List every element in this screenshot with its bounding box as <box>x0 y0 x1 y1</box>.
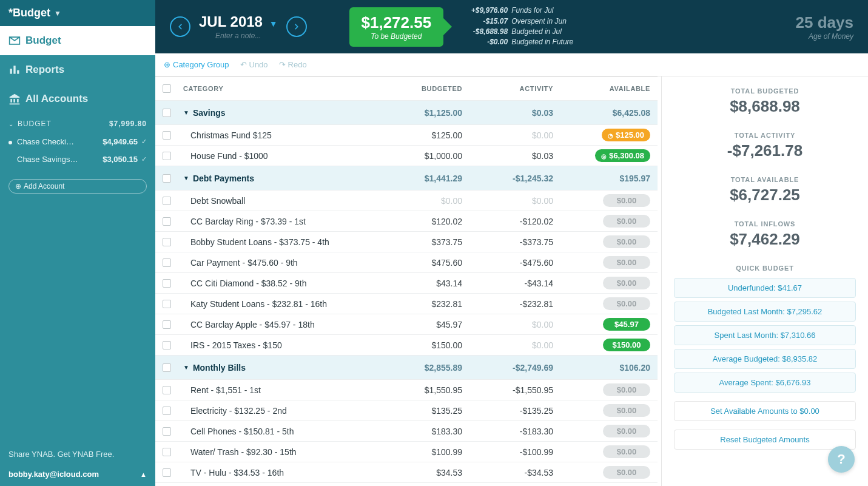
category-row[interactable]: House Fund - $1000 $1,000.00 $0.03 ◎$6,3… <box>155 146 658 166</box>
budgeted-cell[interactable]: $373.75 <box>377 237 462 247</box>
activity-cell[interactable]: $0.03 <box>462 151 553 161</box>
available-pill[interactable]: $0.00 <box>603 194 650 207</box>
month-note-input[interactable]: Enter a note... <box>199 32 278 40</box>
row-checkbox[interactable] <box>163 238 171 246</box>
available-pill[interactable]: $0.00 <box>603 277 650 289</box>
column-available[interactable]: AVAILABLE <box>553 85 650 92</box>
quick-budget-button[interactable]: Set Available Amounts to $0.00 <box>674 401 856 421</box>
available-pill[interactable]: ◎$6,300.08 <box>595 149 650 162</box>
sidebar-item-accounts[interactable]: All Accounts <box>0 84 155 113</box>
available-pill[interactable]: $0.00 <box>603 215 650 228</box>
row-checkbox[interactable] <box>163 300 171 308</box>
budget-title-dropdown[interactable]: *Budget ▼ <box>0 0 155 26</box>
quick-budget-button[interactable]: Underfunded: $41.67 <box>674 278 856 298</box>
budgeted-cell[interactable]: $0.00 <box>377 196 462 206</box>
quick-budget-button[interactable]: Average Budgeted: $8,935.82 <box>674 349 856 369</box>
redo-button[interactable]: ↷ Redo <box>279 60 307 69</box>
prev-month-button[interactable] <box>170 16 190 37</box>
budgeted-cell[interactable]: $232.81 <box>377 299 462 309</box>
activity-cell[interactable]: -$232.81 <box>462 299 553 309</box>
row-checkbox[interactable] <box>163 386 171 394</box>
column-category[interactable]: CATEGORY <box>183 85 377 92</box>
budgeted-cell[interactable]: $45.97 <box>377 320 462 329</box>
budgeted-cell[interactable]: $135.25 <box>377 406 462 416</box>
activity-cell[interactable]: -$183.30 <box>462 427 553 436</box>
available-pill[interactable]: $0.00 <box>603 297 650 310</box>
available-pill[interactable]: $0.00 <box>603 425 650 437</box>
available-pill[interactable]: $150.00 <box>603 339 650 351</box>
activity-cell[interactable]: -$135.25 <box>462 406 553 416</box>
row-checkbox[interactable] <box>163 197 171 205</box>
category-row[interactable]: TV - Hulu - $34.53 - 16th $34.53 -$34.53… <box>155 462 658 483</box>
category-row[interactable]: IRS - 2015 Taxes - $150 $150.00 $0.00 $1… <box>155 335 658 356</box>
activity-cell[interactable]: -$43.14 <box>462 278 553 288</box>
row-checkbox[interactable] <box>163 320 171 329</box>
row-checkbox[interactable] <box>163 468 171 477</box>
category-row[interactable]: Debt Snowball $0.00 $0.00 $0.00 <box>155 191 658 211</box>
row-checkbox[interactable] <box>163 427 171 436</box>
quick-budget-button[interactable]: Average Spent: $6,676.93 <box>674 373 856 393</box>
row-checkbox[interactable] <box>163 341 171 349</box>
budgeted-cell[interactable]: $1,550.95 <box>377 385 462 395</box>
select-all-checkbox[interactable] <box>163 84 171 93</box>
category-row[interactable]: Electricity - $132.25 - 2nd $135.25 -$13… <box>155 400 658 421</box>
quick-budget-button[interactable]: Budgeted Last Month: $7,295.62 <box>674 302 856 322</box>
row-checkbox[interactable] <box>163 217 171 226</box>
share-ynab-link[interactable]: Share YNAB. Get YNAB Free. <box>8 450 147 459</box>
available-pill[interactable]: $0.00 <box>603 466 650 479</box>
category-row[interactable]: Cell Phones - $150.81 - 5th $183.30 -$18… <box>155 421 658 442</box>
available-pill[interactable]: $0.00 <box>603 383 650 396</box>
column-activity[interactable]: ACTIVITY <box>462 85 553 92</box>
quick-budget-button[interactable]: Spent Last Month: $7,310.66 <box>674 325 856 345</box>
category-row[interactable]: Katy Student Loans - $232.81 - 16th $232… <box>155 294 658 314</box>
month-selector[interactable]: JUL 2018 ▼ <box>199 13 278 30</box>
category-group-row[interactable]: ▼Monthly Bills $2,855.89 -$2,749.69 $106… <box>155 356 658 380</box>
category-row[interactable]: Rent - $1,551 - 1st $1,550.95 -$1,550.95… <box>155 380 658 400</box>
activity-cell[interactable]: $0.00 <box>462 196 553 206</box>
category-row[interactable]: CC Citi Diamond - $38.52 - 9th $43.14 -$… <box>155 273 658 294</box>
category-row[interactable]: Car Payment - $475.60 - 9th $475.60 -$47… <box>155 252 658 273</box>
category-row[interactable]: Life Insurance - $17.85 - 18th $17.85 -$… <box>155 483 658 486</box>
available-pill[interactable]: $0.00 <box>603 256 650 269</box>
user-email[interactable]: bobby.katy@icloud.com <box>8 470 99 479</box>
activity-cell[interactable]: $0.00 <box>462 130 553 140</box>
row-checkbox[interactable] <box>163 258 171 267</box>
activity-cell[interactable]: $0.00 <box>462 340 553 350</box>
column-budgeted[interactable]: BUDGETED <box>377 85 462 92</box>
category-row[interactable]: CC Barclay Apple - $45.97 - 18th $45.97 … <box>155 314 658 335</box>
to-be-budgeted-flag[interactable]: $1,272.55 To be Budgeted <box>349 7 444 47</box>
budgeted-cell[interactable]: $100.99 <box>377 447 462 457</box>
next-month-button[interactable] <box>286 16 307 37</box>
help-button[interactable]: ? <box>828 446 855 473</box>
account-row[interactable]: Chase Savings…$3,050.15✓ <box>0 150 155 168</box>
category-row[interactable]: Christmas Fund $125 $125.00 $0.00 ◔$125.… <box>155 125 658 146</box>
category-row[interactable]: CC Barclay Ring - $73.39 - 1st $120.02 -… <box>155 211 658 232</box>
available-pill[interactable]: $0.00 <box>603 235 650 248</box>
add-account-button[interactable]: ⊕ Add Account <box>8 179 147 194</box>
group-checkbox[interactable] <box>163 109 171 117</box>
add-category-group-button[interactable]: ⊕ Category Group <box>164 60 229 69</box>
activity-cell[interactable]: -$373.75 <box>462 237 553 247</box>
category-group-row[interactable]: ▼Savings $1,125.00 $0.03 $6,425.08 <box>155 101 658 125</box>
budgeted-cell[interactable]: $125.00 <box>377 130 462 140</box>
group-checkbox[interactable] <box>163 363 171 372</box>
row-checkbox[interactable] <box>163 407 171 415</box>
category-row[interactable]: Bobby Student Loans - $373.75 - 4th $373… <box>155 232 658 252</box>
sidebar-item-reports[interactable]: Reports <box>0 55 155 84</box>
available-pill[interactable]: $45.97 <box>603 318 650 331</box>
quick-budget-button[interactable]: Reset Budgeted Amounts <box>674 430 856 450</box>
sidebar-item-budget[interactable]: Budget <box>0 26 155 55</box>
budget-accounts-header[interactable]: ⌄ BUDGET $7,999.80 <box>0 113 155 133</box>
category-row[interactable]: Water/ Trash - $92.30 - 15th $100.99 -$1… <box>155 442 658 462</box>
activity-cell[interactable]: -$100.99 <box>462 447 553 457</box>
undo-button[interactable]: ↶ Undo <box>240 60 268 69</box>
chevron-up-icon[interactable]: ▲ <box>140 471 147 478</box>
row-checkbox[interactable] <box>163 448 171 456</box>
group-checkbox[interactable] <box>163 174 171 183</box>
row-checkbox[interactable] <box>163 131 171 140</box>
available-pill[interactable]: $0.00 <box>603 404 650 417</box>
activity-cell[interactable]: -$120.02 <box>462 217 553 226</box>
available-pill[interactable]: ◔$125.00 <box>602 129 650 141</box>
category-group-row[interactable]: ▼Debt Payments $1,441.29 -$1,245.32 $195… <box>155 166 658 191</box>
budgeted-cell[interactable]: $1,000.00 <box>377 151 462 161</box>
